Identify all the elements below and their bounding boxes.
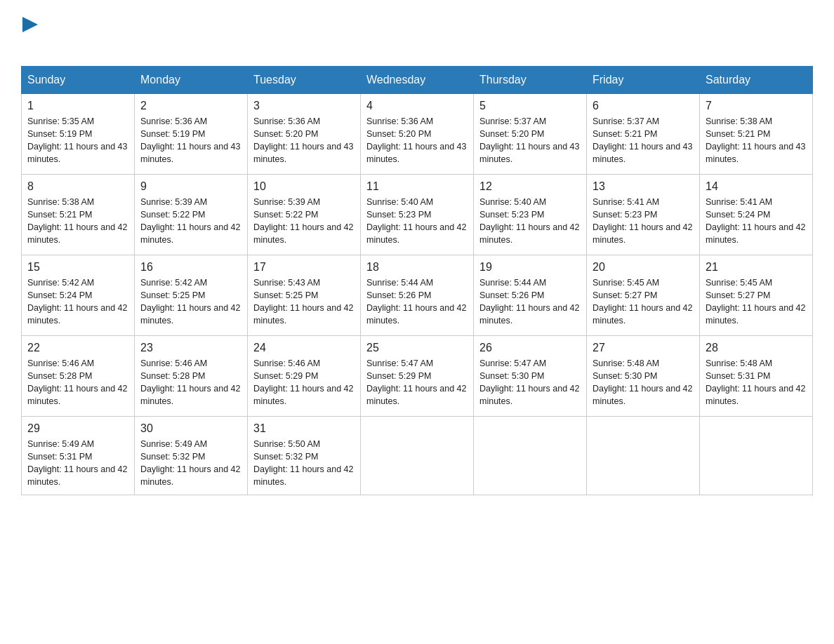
day-info: Sunrise: 5:40 AMSunset: 5:23 PMDaylight:… bbox=[366, 196, 468, 247]
column-header-saturday: Saturday bbox=[700, 67, 813, 94]
day-info: Sunrise: 5:38 AMSunset: 5:21 PMDaylight:… bbox=[706, 115, 807, 166]
calendar-cell: 13Sunrise: 5:41 AMSunset: 5:23 PMDayligh… bbox=[587, 175, 700, 255]
calendar-cell: 5Sunrise: 5:37 AMSunset: 5:20 PMDaylight… bbox=[474, 94, 587, 175]
day-info: Sunrise: 5:38 AMSunset: 5:21 PMDaylight:… bbox=[27, 196, 128, 247]
day-info: Sunrise: 5:49 AMSunset: 5:31 PMDaylight:… bbox=[27, 438, 128, 489]
day-info: Sunrise: 5:37 AMSunset: 5:20 PMDaylight:… bbox=[479, 115, 581, 166]
calendar-week-row: 1Sunrise: 5:35 AMSunset: 5:19 PMDaylight… bbox=[22, 94, 813, 175]
column-header-thursday: Thursday bbox=[474, 67, 587, 94]
day-number: 13 bbox=[593, 180, 694, 193]
day-info: Sunrise: 5:48 AMSunset: 5:31 PMDaylight:… bbox=[706, 357, 807, 408]
day-number: 22 bbox=[27, 342, 128, 354]
column-header-wednesday: Wednesday bbox=[361, 67, 474, 94]
day-info: Sunrise: 5:44 AMSunset: 5:26 PMDaylight:… bbox=[366, 276, 468, 328]
day-number: 17 bbox=[253, 261, 355, 274]
day-number: 29 bbox=[27, 422, 128, 435]
calendar-cell: 4Sunrise: 5:36 AMSunset: 5:20 PMDaylight… bbox=[361, 94, 474, 175]
day-info: Sunrise: 5:36 AMSunset: 5:20 PMDaylight:… bbox=[366, 115, 468, 166]
calendar-table: SundayMondayTuesdayWednesdayThursdayFrid… bbox=[21, 66, 813, 495]
day-info: Sunrise: 5:36 AMSunset: 5:20 PMDaylight:… bbox=[253, 115, 355, 166]
day-number: 21 bbox=[706, 261, 807, 274]
day-info: Sunrise: 5:50 AMSunset: 5:32 PMDaylight:… bbox=[253, 438, 355, 489]
calendar-cell bbox=[474, 417, 587, 495]
calendar-cell: 16Sunrise: 5:42 AMSunset: 5:25 PMDayligh… bbox=[135, 255, 248, 336]
column-header-tuesday: Tuesday bbox=[248, 67, 361, 94]
calendar-cell: 26Sunrise: 5:47 AMSunset: 5:30 PMDayligh… bbox=[474, 336, 587, 417]
calendar-cell: 21Sunrise: 5:45 AMSunset: 5:27 PMDayligh… bbox=[700, 255, 813, 336]
day-info: Sunrise: 5:42 AMSunset: 5:25 PMDaylight:… bbox=[140, 276, 241, 328]
day-info: Sunrise: 5:37 AMSunset: 5:21 PMDaylight:… bbox=[593, 115, 694, 166]
calendar-cell: 6Sunrise: 5:37 AMSunset: 5:21 PMDaylight… bbox=[587, 94, 700, 175]
day-number: 10 bbox=[253, 180, 355, 193]
day-number: 18 bbox=[366, 261, 468, 274]
day-number: 11 bbox=[366, 180, 468, 193]
column-header-friday: Friday bbox=[587, 67, 700, 94]
day-info: Sunrise: 5:45 AMSunset: 5:27 PMDaylight:… bbox=[706, 276, 807, 328]
day-number: 25 bbox=[366, 342, 468, 354]
day-number: 28 bbox=[706, 342, 807, 354]
page-header bbox=[21, 14, 813, 52]
calendar-header-row: SundayMondayTuesdayWednesdayThursdayFrid… bbox=[22, 67, 813, 94]
calendar-cell: 17Sunrise: 5:43 AMSunset: 5:25 PMDayligh… bbox=[248, 255, 361, 336]
day-info: Sunrise: 5:46 AMSunset: 5:28 PMDaylight:… bbox=[140, 357, 241, 408]
day-info: Sunrise: 5:42 AMSunset: 5:24 PMDaylight:… bbox=[27, 276, 128, 328]
day-info: Sunrise: 5:49 AMSunset: 5:32 PMDaylight:… bbox=[140, 438, 241, 489]
day-info: Sunrise: 5:46 AMSunset: 5:28 PMDaylight:… bbox=[27, 357, 128, 408]
day-number: 6 bbox=[593, 100, 694, 112]
day-number: 16 bbox=[140, 261, 241, 274]
day-info: Sunrise: 5:47 AMSunset: 5:30 PMDaylight:… bbox=[479, 357, 581, 408]
calendar-cell bbox=[361, 417, 474, 495]
calendar-cell: 8Sunrise: 5:38 AMSunset: 5:21 PMDaylight… bbox=[22, 175, 135, 255]
calendar-cell: 24Sunrise: 5:46 AMSunset: 5:29 PMDayligh… bbox=[248, 336, 361, 417]
calendar-cell: 31Sunrise: 5:50 AMSunset: 5:32 PMDayligh… bbox=[248, 417, 361, 495]
calendar-week-row: 22Sunrise: 5:46 AMSunset: 5:28 PMDayligh… bbox=[22, 336, 813, 417]
day-info: Sunrise: 5:48 AMSunset: 5:30 PMDaylight:… bbox=[593, 357, 694, 408]
calendar-cell: 9Sunrise: 5:39 AMSunset: 5:22 PMDaylight… bbox=[135, 175, 248, 255]
calendar-cell: 1Sunrise: 5:35 AMSunset: 5:19 PMDaylight… bbox=[22, 94, 135, 175]
calendar-week-row: 8Sunrise: 5:38 AMSunset: 5:21 PMDaylight… bbox=[22, 175, 813, 255]
calendar-cell: 2Sunrise: 5:36 AMSunset: 5:19 PMDaylight… bbox=[135, 94, 248, 175]
day-info: Sunrise: 5:40 AMSunset: 5:23 PMDaylight:… bbox=[479, 196, 581, 247]
day-number: 5 bbox=[479, 100, 581, 112]
day-number: 26 bbox=[479, 342, 581, 354]
calendar-cell: 3Sunrise: 5:36 AMSunset: 5:20 PMDaylight… bbox=[248, 94, 361, 175]
calendar-cell: 30Sunrise: 5:49 AMSunset: 5:32 PMDayligh… bbox=[135, 417, 248, 495]
column-header-sunday: Sunday bbox=[22, 67, 135, 94]
calendar-cell: 7Sunrise: 5:38 AMSunset: 5:21 PMDaylight… bbox=[700, 94, 813, 175]
day-number: 20 bbox=[593, 261, 694, 274]
day-number: 30 bbox=[140, 422, 241, 435]
day-info: Sunrise: 5:43 AMSunset: 5:25 PMDaylight:… bbox=[253, 276, 355, 328]
calendar-cell bbox=[587, 417, 700, 495]
day-number: 1 bbox=[27, 100, 128, 112]
day-number: 31 bbox=[253, 422, 355, 435]
day-info: Sunrise: 5:36 AMSunset: 5:19 PMDaylight:… bbox=[140, 115, 241, 166]
day-number: 8 bbox=[27, 180, 128, 193]
day-number: 15 bbox=[27, 261, 128, 274]
calendar-cell: 25Sunrise: 5:47 AMSunset: 5:29 PMDayligh… bbox=[361, 336, 474, 417]
calendar-cell: 15Sunrise: 5:42 AMSunset: 5:24 PMDayligh… bbox=[22, 255, 135, 336]
calendar-cell: 22Sunrise: 5:46 AMSunset: 5:28 PMDayligh… bbox=[22, 336, 135, 417]
calendar-week-row: 29Sunrise: 5:49 AMSunset: 5:31 PMDayligh… bbox=[22, 417, 813, 495]
calendar-cell: 19Sunrise: 5:44 AMSunset: 5:26 PMDayligh… bbox=[474, 255, 587, 336]
calendar-cell: 12Sunrise: 5:40 AMSunset: 5:23 PMDayligh… bbox=[474, 175, 587, 255]
day-number: 27 bbox=[593, 342, 694, 354]
day-number: 2 bbox=[140, 100, 241, 112]
day-number: 3 bbox=[253, 100, 355, 112]
day-info: Sunrise: 5:41 AMSunset: 5:23 PMDaylight:… bbox=[593, 196, 694, 247]
day-info: Sunrise: 5:39 AMSunset: 5:22 PMDaylight:… bbox=[140, 196, 241, 247]
calendar-cell bbox=[700, 417, 813, 495]
day-number: 19 bbox=[479, 261, 581, 274]
day-number: 9 bbox=[140, 180, 241, 193]
day-info: Sunrise: 5:41 AMSunset: 5:24 PMDaylight:… bbox=[706, 196, 807, 247]
day-number: 24 bbox=[253, 342, 355, 354]
logo bbox=[21, 14, 38, 52]
day-number: 14 bbox=[706, 180, 807, 193]
calendar-cell: 23Sunrise: 5:46 AMSunset: 5:28 PMDayligh… bbox=[135, 336, 248, 417]
calendar-cell: 20Sunrise: 5:45 AMSunset: 5:27 PMDayligh… bbox=[587, 255, 700, 336]
day-info: Sunrise: 5:35 AMSunset: 5:19 PMDaylight:… bbox=[27, 115, 128, 166]
day-number: 4 bbox=[366, 100, 468, 112]
calendar-cell: 10Sunrise: 5:39 AMSunset: 5:22 PMDayligh… bbox=[248, 175, 361, 255]
day-info: Sunrise: 5:44 AMSunset: 5:26 PMDaylight:… bbox=[479, 276, 581, 328]
day-number: 7 bbox=[706, 100, 807, 112]
calendar-cell: 14Sunrise: 5:41 AMSunset: 5:24 PMDayligh… bbox=[700, 175, 813, 255]
